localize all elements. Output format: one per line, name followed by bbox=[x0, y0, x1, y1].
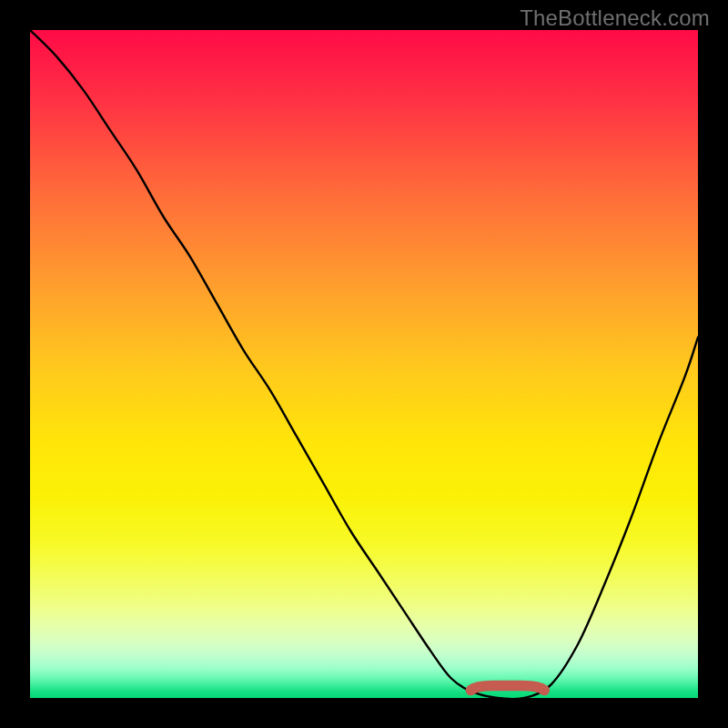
plot-area bbox=[30, 30, 698, 698]
chart-stage: TheBottleneck.com bbox=[0, 0, 728, 728]
watermark-text: TheBottleneck.com bbox=[520, 5, 710, 31]
minimum-band bbox=[30, 30, 698, 698]
